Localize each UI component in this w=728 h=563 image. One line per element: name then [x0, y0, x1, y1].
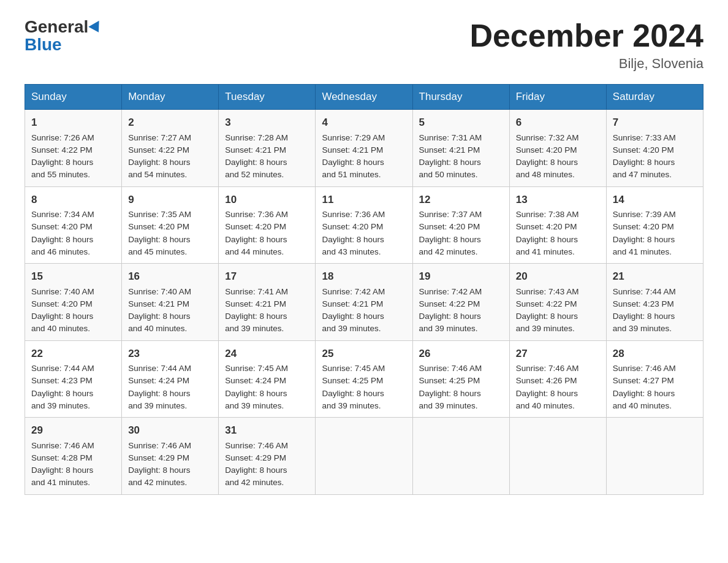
calendar-cell	[316, 418, 412, 495]
weekday-header-row: SundayMondayTuesdayWednesdayThursdayFrid…	[25, 85, 703, 110]
calendar-cell: 16 Sunrise: 7:40 AM Sunset: 4:21 PM Dayl…	[122, 264, 219, 341]
month-title: December 2024	[469, 18, 703, 53]
sunrise-text: Sunrise: 7:44 AM	[128, 364, 191, 373]
sunrise-text: Sunrise: 7:42 AM	[322, 287, 385, 296]
sunrise-text: Sunrise: 7:45 AM	[322, 364, 385, 373]
day-number: 1	[31, 115, 115, 131]
daylight-text: Daylight: 8 hoursand 52 minutes.	[225, 158, 287, 179]
calendar-cell: 24 Sunrise: 7:45 AM Sunset: 4:24 PM Dayl…	[219, 340, 316, 418]
day-number: 20	[516, 269, 600, 285]
day-number: 14	[613, 192, 697, 208]
day-number: 17	[225, 269, 309, 285]
calendar-cell	[412, 418, 509, 495]
sunset-text: Sunset: 4:20 PM	[419, 222, 480, 231]
sunrise-text: Sunrise: 7:34 AM	[31, 210, 94, 219]
sunrise-text: Sunrise: 7:31 AM	[419, 133, 482, 142]
day-number: 18	[322, 269, 406, 285]
sunrise-text: Sunrise: 7:36 AM	[225, 210, 288, 219]
day-number: 25	[322, 346, 406, 362]
sunset-text: Sunset: 4:20 PM	[225, 222, 286, 231]
day-number: 10	[225, 192, 309, 208]
sunset-text: Sunset: 4:20 PM	[516, 145, 577, 155]
calendar-cell: 18 Sunrise: 7:42 AM Sunset: 4:21 PM Dayl…	[316, 264, 412, 341]
calendar-cell: 4 Sunrise: 7:29 AM Sunset: 4:21 PM Dayli…	[316, 110, 412, 187]
calendar-cell: 10 Sunrise: 7:36 AM Sunset: 4:20 PM Dayl…	[219, 186, 316, 264]
daylight-text: Daylight: 8 hoursand 39 minutes.	[225, 312, 287, 333]
sunset-text: Sunset: 4:27 PM	[613, 376, 674, 385]
calendar-cell: 28 Sunrise: 7:46 AM Sunset: 4:27 PM Dayl…	[606, 340, 703, 418]
day-number: 16	[128, 269, 212, 285]
calendar-week-row: 8 Sunrise: 7:34 AM Sunset: 4:20 PM Dayli…	[25, 186, 703, 264]
calendar-cell: 13 Sunrise: 7:38 AM Sunset: 4:20 PM Dayl…	[509, 186, 606, 264]
daylight-text: Daylight: 8 hoursand 48 minutes.	[516, 158, 578, 179]
calendar-cell: 8 Sunrise: 7:34 AM Sunset: 4:20 PM Dayli…	[25, 186, 122, 264]
calendar-cell	[509, 418, 606, 495]
sunrise-text: Sunrise: 7:40 AM	[31, 287, 94, 296]
location-label: Bilje, Slovenia	[469, 56, 703, 72]
calendar-cell: 15 Sunrise: 7:40 AM Sunset: 4:20 PM Dayl…	[25, 264, 122, 341]
sunrise-text: Sunrise: 7:46 AM	[419, 364, 482, 373]
calendar-cell: 29 Sunrise: 7:46 AM Sunset: 4:28 PM Dayl…	[25, 418, 122, 495]
sunrise-text: Sunrise: 7:28 AM	[225, 133, 288, 142]
sunset-text: Sunset: 4:24 PM	[128, 376, 189, 385]
calendar-cell: 25 Sunrise: 7:45 AM Sunset: 4:25 PM Dayl…	[316, 340, 412, 418]
daylight-text: Daylight: 8 hoursand 54 minutes.	[128, 158, 190, 179]
sunrise-text: Sunrise: 7:45 AM	[225, 364, 288, 373]
day-number: 12	[419, 192, 503, 208]
daylight-text: Daylight: 8 hoursand 39 minutes.	[225, 389, 287, 410]
sunset-text: Sunset: 4:29 PM	[225, 453, 286, 462]
sunset-text: Sunset: 4:21 PM	[322, 145, 383, 155]
day-number: 29	[31, 423, 115, 439]
sunset-text: Sunset: 4:21 PM	[128, 299, 189, 308]
sunrise-text: Sunrise: 7:41 AM	[225, 287, 288, 296]
calendar-cell: 27 Sunrise: 7:46 AM Sunset: 4:26 PM Dayl…	[509, 340, 606, 418]
daylight-text: Daylight: 8 hoursand 44 minutes.	[225, 235, 287, 256]
daylight-text: Daylight: 8 hoursand 39 minutes.	[419, 389, 481, 410]
sunset-text: Sunset: 4:20 PM	[516, 222, 577, 231]
daylight-text: Daylight: 8 hoursand 50 minutes.	[419, 158, 481, 179]
day-number: 5	[419, 115, 503, 131]
daylight-text: Daylight: 8 hoursand 47 minutes.	[613, 158, 675, 179]
sunrise-text: Sunrise: 7:46 AM	[613, 364, 676, 373]
calendar-cell	[606, 418, 703, 495]
sunset-text: Sunset: 4:29 PM	[128, 453, 189, 462]
calendar-cell: 5 Sunrise: 7:31 AM Sunset: 4:21 PM Dayli…	[412, 110, 509, 187]
sunrise-text: Sunrise: 7:46 AM	[516, 364, 579, 373]
logo-general-text: General	[25, 18, 88, 36]
sunset-text: Sunset: 4:21 PM	[225, 145, 286, 155]
daylight-text: Daylight: 8 hoursand 39 minutes.	[419, 312, 481, 333]
day-number: 6	[516, 115, 600, 131]
calendar-cell: 3 Sunrise: 7:28 AM Sunset: 4:21 PM Dayli…	[219, 110, 316, 187]
day-number: 19	[419, 269, 503, 285]
sunset-text: Sunset: 4:20 PM	[31, 299, 93, 308]
daylight-text: Daylight: 8 hoursand 39 minutes.	[613, 312, 675, 333]
calendar-cell: 17 Sunrise: 7:41 AM Sunset: 4:21 PM Dayl…	[219, 264, 316, 341]
sunset-text: Sunset: 4:20 PM	[128, 222, 189, 231]
calendar-body: 1 Sunrise: 7:26 AM Sunset: 4:22 PM Dayli…	[25, 110, 703, 495]
sunrise-text: Sunrise: 7:37 AM	[419, 210, 482, 219]
day-number: 4	[322, 115, 406, 131]
day-number: 13	[516, 192, 600, 208]
calendar-cell: 11 Sunrise: 7:36 AM Sunset: 4:20 PM Dayl…	[316, 186, 412, 264]
sunset-text: Sunset: 4:20 PM	[322, 222, 383, 231]
sunset-text: Sunset: 4:21 PM	[322, 299, 383, 308]
day-number: 22	[31, 346, 115, 362]
day-number: 30	[128, 423, 212, 439]
day-number: 26	[419, 346, 503, 362]
weekday-header-thursday: Thursday	[412, 85, 509, 110]
calendar-cell: 6 Sunrise: 7:32 AM Sunset: 4:20 PM Dayli…	[509, 110, 606, 187]
sunrise-text: Sunrise: 7:40 AM	[128, 287, 191, 296]
calendar-cell: 21 Sunrise: 7:44 AM Sunset: 4:23 PM Dayl…	[606, 264, 703, 341]
sunset-text: Sunset: 4:24 PM	[225, 376, 286, 385]
weekday-header-wednesday: Wednesday	[316, 85, 412, 110]
weekday-header-tuesday: Tuesday	[219, 85, 316, 110]
sunrise-text: Sunrise: 7:29 AM	[322, 133, 385, 142]
sunrise-text: Sunrise: 7:32 AM	[516, 133, 579, 142]
sunset-text: Sunset: 4:28 PM	[31, 453, 93, 462]
calendar-cell: 2 Sunrise: 7:27 AM Sunset: 4:22 PM Dayli…	[122, 110, 219, 187]
daylight-text: Daylight: 8 hoursand 40 minutes.	[31, 312, 93, 333]
sunset-text: Sunset: 4:26 PM	[516, 376, 577, 385]
day-number: 9	[128, 192, 212, 208]
sunrise-text: Sunrise: 7:44 AM	[613, 287, 676, 296]
daylight-text: Daylight: 8 hoursand 42 minutes.	[128, 465, 190, 487]
